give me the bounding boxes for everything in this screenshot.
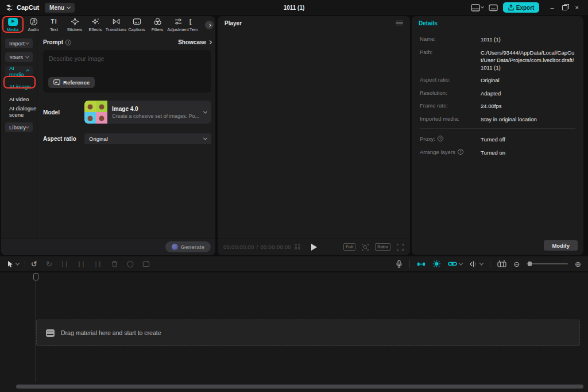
templates-icon: [ <box>189 18 192 26</box>
tab-label: Media <box>7 27 18 32</box>
sidebar-item-label: Import <box>9 40 25 47</box>
delete-left-button[interactable]: ]| <box>78 261 86 267</box>
effects-icon <box>91 17 100 26</box>
frame-view-icon[interactable] <box>295 244 300 249</box>
storyboard-icon <box>497 260 506 268</box>
sidebar-item-ai-video[interactable]: AI video <box>1 93 37 105</box>
model-description: Create a cohesive set of images. Po... <box>112 113 199 119</box>
detail-value: Turned on <box>481 149 575 156</box>
preview-axis-button[interactable] <box>469 260 483 268</box>
chevron-down-icon <box>25 55 29 59</box>
sidebar-item-label: Yours <box>9 54 23 60</box>
tab-label: Tem <box>189 27 198 32</box>
minimize-button[interactable]: – <box>550 4 554 11</box>
detail-label: Aspect ratio: <box>420 76 481 84</box>
info-icon[interactable]: ? <box>438 136 443 141</box>
timeline-zoom-slider[interactable] <box>527 263 568 264</box>
ratio-button[interactable]: Ratio <box>375 243 390 251</box>
chevron-down-icon <box>459 261 463 265</box>
details-title: Details <box>419 20 438 26</box>
sidebar-item-library[interactable]: Library <box>5 122 33 132</box>
tab-adjustment[interactable]: Adjustment <box>168 16 188 33</box>
aspect-ratio-dropdown[interactable]: Original <box>84 133 211 144</box>
prompt-textarea[interactable] <box>43 50 211 76</box>
chevron-down-icon <box>25 125 29 129</box>
menu-button[interactable]: Menu <box>45 3 75 13</box>
capcut-logo-icon <box>6 4 14 11</box>
info-icon[interactable]: i <box>65 40 71 45</box>
layout-mode-button[interactable] <box>471 4 483 11</box>
chevron-down-icon <box>203 136 207 140</box>
sidebar-item-yours[interactable]: Yours <box>5 52 33 62</box>
focus-zoom-icon[interactable] <box>361 243 369 251</box>
detail-label: Resolution: <box>420 90 481 97</box>
timecode-current: 00:00:00:00 <box>223 244 254 250</box>
info-icon[interactable]: ? <box>458 149 463 155</box>
sidebar-item-import[interactable]: Import <box>5 39 33 48</box>
full-quality-button[interactable]: Full <box>343 243 355 251</box>
detail-label: Name: <box>420 36 481 43</box>
tab-effects[interactable]: Effects <box>85 16 106 33</box>
modify-button[interactable]: Modify <box>544 240 578 251</box>
zoom-slider-handle[interactable] <box>528 262 532 266</box>
generate-button[interactable]: Generate <box>165 241 211 252</box>
tab-label: Effects <box>89 27 102 32</box>
timecode: 00:00:00:00 / 00:00:00:00 <box>223 244 291 250</box>
captions-icon <box>133 17 141 26</box>
tab-templates-truncated[interactable]: [ Tem <box>188 16 201 33</box>
play-button[interactable] <box>311 244 317 251</box>
sidebar-item-ai-image[interactable]: AI image <box>1 80 37 93</box>
delete-right-button[interactable]: |[ <box>94 261 102 267</box>
tab-transitions[interactable]: Transitions <box>106 16 126 33</box>
mask-button[interactable] <box>127 260 134 268</box>
tab-audio[interactable]: Audio <box>23 16 44 33</box>
storyboard-view-button[interactable] <box>497 260 506 268</box>
timeline-drop-zone[interactable]: Drag material here and start to create <box>36 320 580 346</box>
media-clip-icon <box>46 329 55 337</box>
zoom-in-button[interactable]: ⊕ <box>575 260 581 268</box>
export-frame-button[interactable] <box>142 260 150 268</box>
sidebar-item-ai-dialogue-scene[interactable]: AI dialogue scene <box>1 105 37 118</box>
sticker-icon <box>71 17 79 26</box>
shortcut-panel-button[interactable] <box>489 4 498 11</box>
sidebar-item-ai-media[interactable]: AI media <box>5 66 33 76</box>
tab-media[interactable]: Media <box>2 16 23 33</box>
media-tabbar: Media Audio TI Text Stickers Effects Tra… <box>1 16 215 33</box>
fullscreen-icon[interactable] <box>396 243 404 251</box>
toolbar-divider <box>409 260 410 268</box>
reference-button[interactable]: Reference <box>48 77 95 88</box>
delete-button[interactable] <box>111 260 118 268</box>
tab-text[interactable]: TI Text <box>44 16 64 33</box>
tab-label: Captions <box>128 27 145 32</box>
record-voiceover-button[interactable] <box>396 260 403 268</box>
restore-button[interactable] <box>562 5 567 10</box>
details-divider <box>420 128 575 129</box>
detail-row-imported-media: Imported media: Stay in original locatio… <box>420 116 575 123</box>
model-dropdown[interactable]: Image 4.0 Create a cohesive set of image… <box>84 101 211 124</box>
generate-label: Generate <box>181 244 204 250</box>
tab-captions[interactable]: Captions <box>126 16 147 33</box>
showcase-link[interactable]: Showcase <box>178 39 211 45</box>
undo-button[interactable]: ↺ <box>31 260 37 268</box>
auto-snap-toggle[interactable] <box>432 260 441 268</box>
export-button[interactable]: Export <box>503 2 540 13</box>
prompt-label: Prompt <box>43 39 63 45</box>
zoom-out-button[interactable]: ⊖ <box>513 260 520 268</box>
linking-toggle[interactable] <box>448 260 462 267</box>
tab-stickers[interactable]: Stickers <box>64 16 85 33</box>
chevron-down-icon <box>16 261 20 265</box>
timeline-horizontal-scrollbar[interactable] <box>16 385 583 389</box>
detail-label: Path: <box>420 49 481 71</box>
split-button[interactable]: ][ <box>61 261 69 267</box>
auto-snap-icon <box>432 260 441 268</box>
player-menu-icon[interactable] <box>396 21 403 26</box>
redo-button[interactable]: ↻ <box>46 260 52 268</box>
cursor-icon <box>7 260 14 268</box>
main-track-magnet-toggle[interactable] <box>417 260 425 268</box>
chevron-down-icon <box>479 261 483 265</box>
select-tool-button[interactable] <box>7 260 19 268</box>
tab-scroll-next-button[interactable] <box>205 21 214 29</box>
details-panel: Details Name: 1011 (1) Path: C:/Users/93… <box>412 16 583 255</box>
close-button[interactable]: × <box>575 4 579 11</box>
tab-filters[interactable]: Filters <box>147 16 168 33</box>
